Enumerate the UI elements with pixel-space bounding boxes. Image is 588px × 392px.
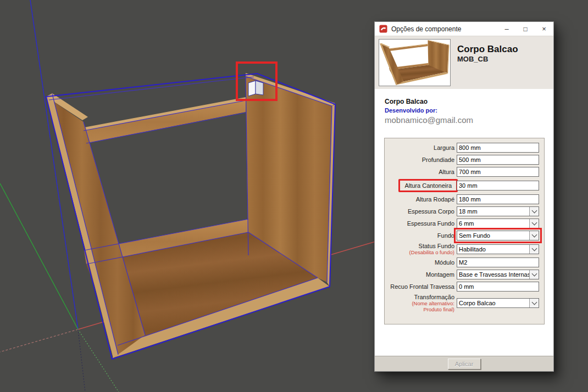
close-button[interactable]: × <box>535 22 553 36</box>
input-recuo-frontal-travessa[interactable]: 0 mm <box>457 282 539 292</box>
dropdown-arrow[interactable] <box>529 231 539 240</box>
field-label: Altura Rodapé <box>389 196 454 203</box>
field-label: Status Fundo <box>389 243 454 249</box>
field-value[interactable]: 500 mm <box>457 156 539 163</box>
field-value[interactable]: 700 mm <box>457 169 539 175</box>
chevron-down-icon <box>531 208 537 214</box>
corner-bracket[interactable] <box>248 81 263 96</box>
dropdown-arrow[interactable] <box>529 299 539 307</box>
axis-green <box>0 183 78 329</box>
form-row-altura-cantoneira: Altura Cantoneira 30 mm <box>389 179 540 192</box>
chevron-down-icon <box>531 220 537 226</box>
form-row-altura-rodape: Altura Rodapé 180 mm <box>389 194 540 204</box>
field-sublabel: (Desabilita o fundo) <box>389 249 454 255</box>
form-row-modulo: Módulo M2 <box>389 257 540 267</box>
field-value[interactable]: Corpo Balcao <box>457 300 529 306</box>
select-espessura-corpo[interactable]: 18 mm <box>457 206 539 216</box>
form-row-altura: Altura 700 mm <box>389 167 540 177</box>
chevron-down-icon <box>531 300 537 305</box>
select-espessura-fundo[interactable]: 6 mm <box>457 219 539 228</box>
field-label: Recuo Frontal Travessa <box>389 283 454 290</box>
select-transformacao[interactable]: Corpo Balcao <box>457 298 539 308</box>
field-label: Montagem <box>389 271 454 278</box>
field-value[interactable]: 6 mm <box>457 220 529 227</box>
field-label: Fundo <box>389 232 454 239</box>
chevron-down-icon <box>531 245 537 251</box>
field-value[interactable]: 0 mm <box>457 283 539 290</box>
top-rail <box>84 100 246 143</box>
component-options-dialog: Opções de componente – □ × Corpo Balcao … <box>374 21 554 372</box>
select-status-fundo[interactable]: Habilitado <box>457 244 539 254</box>
developed-by-label: Desenvolvido por: <box>385 107 553 114</box>
component-thumbnail <box>379 39 451 86</box>
axis-red-dashed <box>0 329 78 352</box>
field-label: Largura <box>389 144 454 151</box>
dialog-titlebar[interactable]: Opções de componente – □ × <box>375 22 553 36</box>
input-largura[interactable]: 800 mm <box>457 143 539 153</box>
field-label: Profundiade <box>389 156 454 163</box>
input-altura[interactable]: 700 mm <box>457 167 539 177</box>
form-rows: Largura 800 mm Profundiade 500 mm Altura… <box>389 143 540 312</box>
component-code: MOB_CB <box>457 55 518 63</box>
field-value[interactable]: 800 mm <box>457 144 539 151</box>
field-sublabel: Produto final) <box>389 306 454 312</box>
component-header: Corpo Balcao MOB_CB <box>375 36 553 89</box>
select-fundo[interactable]: Sem Fundo <box>457 231 539 240</box>
form-row-status-fundo: Status Fundo (Desabilita o fundo) Habili… <box>389 243 540 255</box>
field-value[interactable]: 180 mm <box>457 196 539 203</box>
form-row-profundiade: Profundiade 500 mm <box>389 155 540 165</box>
component-title: Corpo Balcao <box>457 44 518 55</box>
field-value[interactable]: 30 mm <box>457 182 539 189</box>
form-row-espessura-corpo: Espessura Corpo 18 mm <box>389 206 540 216</box>
field-label: Altura <box>389 169 454 175</box>
field-label: Módulo <box>389 259 454 266</box>
component-name: Corpo Balcao <box>385 98 553 105</box>
field-value[interactable]: M2 <box>457 259 539 266</box>
dropdown-arrow[interactable] <box>529 245 539 254</box>
form-row-montagem: Montagem Base e Travessas Internas <box>389 270 540 279</box>
dropdown-arrow[interactable] <box>529 270 539 279</box>
field-value[interactable]: Habilitado <box>457 246 529 253</box>
input-altura-cantoneira[interactable]: 30 mm <box>457 181 539 191</box>
component-info: Corpo Balcao Desenvolvido por: mobnamico… <box>375 89 553 125</box>
field-sublabel: (Nome alternativo: <box>389 300 454 306</box>
chevron-down-icon <box>531 271 537 277</box>
input-altura-rodape[interactable]: 180 mm <box>457 194 539 204</box>
input-modulo[interactable]: M2 <box>457 257 539 267</box>
field-value[interactable]: 18 mm <box>457 208 529 215</box>
form-row-fundo: Fundo Sem Fundo <box>389 231 540 240</box>
field-label: Espessura Fundo <box>389 220 454 227</box>
field-value[interactable]: Sem Fundo <box>457 232 529 239</box>
dialog-title: Opções de componente <box>391 25 497 33</box>
form-row-largura: Largura 800 mm <box>389 143 540 153</box>
attributes-panel: Largura 800 mm Profundiade 500 mm Altura… <box>384 138 545 324</box>
dialog-footer: Aplicar <box>375 356 553 371</box>
developer-email: mobnamico@gmail.com <box>385 115 553 125</box>
select-montagem[interactable]: Base e Travessas Internas <box>457 270 539 279</box>
chevron-down-icon <box>531 232 537 238</box>
form-row-espessura-fundo: Espessura Fundo 6 mm <box>389 219 540 228</box>
maximize-button[interactable]: □ <box>516 22 535 36</box>
input-profundiade[interactable]: 500 mm <box>457 155 539 165</box>
field-value[interactable]: Base e Travessas Internas <box>457 271 529 278</box>
form-row-transformacao: Transformação (Nome alternativo:Produto … <box>389 294 540 312</box>
form-row-recuo-frontal-travessa: Recuo Frontal Travessa 0 mm <box>389 282 540 292</box>
minimize-button[interactable]: – <box>497 22 516 36</box>
field-label: Altura Cantoneira <box>398 179 458 192</box>
field-label: Espessura Corpo <box>389 208 454 215</box>
sketchup-window: Opções de componente – □ × Corpo Balcao … <box>0 0 588 392</box>
cabinet-model[interactable] <box>46 73 335 358</box>
dropdown-arrow[interactable] <box>529 207 539 216</box>
dropdown-arrow[interactable] <box>529 219 539 228</box>
field-label: Transformação <box>389 294 454 300</box>
apply-button[interactable]: Aplicar <box>448 359 481 369</box>
sketchup-logo-icon <box>379 25 387 33</box>
